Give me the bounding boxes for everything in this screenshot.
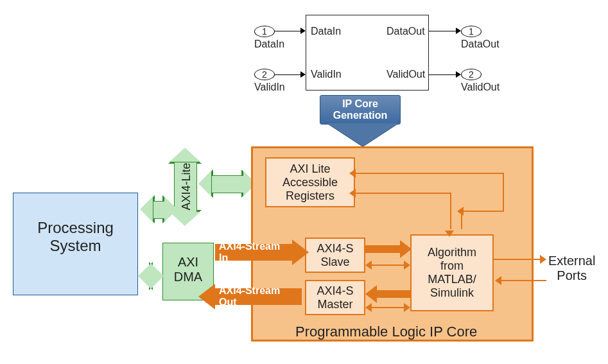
algo-l4: Simulink <box>430 286 474 300</box>
algo-l1: Algorithm <box>428 246 476 259</box>
ext-l2: Ports <box>548 268 595 283</box>
axi4-s-slave-block: AXI4-S Slave <box>305 238 365 273</box>
processing-system-block: Processing System <box>13 193 138 295</box>
ps-line2: System <box>13 237 137 255</box>
port-out-2: 2 <box>461 69 482 80</box>
axi4-lite-bus-label: AXI4-Lite <box>180 162 193 210</box>
port-out-1-label: DataOut <box>461 39 499 50</box>
port-out-1: 1 <box>461 26 482 37</box>
external-ports-label: External Ports <box>548 254 595 283</box>
port-in-1-signal: DataIn <box>311 26 341 37</box>
ip-core-generation-arrow: IP Core Generation <box>320 95 401 125</box>
axi-regs-l2: Accessible <box>282 176 338 189</box>
algorithm-block: Algorithm from MATLAB/ Simulink <box>410 234 494 311</box>
axi-regs-l3: Registers <box>286 189 334 203</box>
axi4-stream-in-label: AXI4-Stream In <box>215 244 292 261</box>
slave-l1: AXI4-S <box>317 242 353 256</box>
dma-line2: DMA <box>163 270 213 284</box>
algo-l3: MATLAB/ <box>428 273 476 286</box>
axi4-stream-out-label: AXI4-Stream Out <box>215 288 302 305</box>
port-in-1: 1 <box>254 26 275 37</box>
port-in-2-label: ValidIn <box>254 82 285 93</box>
axi-lite-registers-block: AXI Lite Accessible Registers <box>265 157 355 207</box>
port-in-2: 2 <box>254 69 275 80</box>
ip-core-gen-arrowhead-icon <box>327 123 398 146</box>
port-out-1-signal: DataOut <box>387 26 425 37</box>
dma-line1: AXI <box>163 255 213 270</box>
ip-core-gen-line2: Generation <box>327 110 394 121</box>
master-l1: AXI4-S <box>317 284 353 298</box>
ip-core-gen-line1: IP Core <box>327 98 394 110</box>
axi4-s-master-block: AXI4-S Master <box>305 280 365 315</box>
ext-l1: External <box>548 254 595 268</box>
port-out-2-label: ValidOut <box>461 82 499 93</box>
ip-core-title: Programmable Logic IP Core <box>295 324 477 340</box>
diagram-stage: 1 DataIn DataIn 2 ValidIn ValidIn DataOu… <box>0 0 608 364</box>
port-in-2-signal: ValidIn <box>311 69 342 80</box>
master-l2: Master <box>317 298 352 311</box>
port-in-1-label: DataIn <box>254 39 284 50</box>
algo-l2: from <box>440 259 464 273</box>
slave-l2: Slave <box>320 256 349 269</box>
port-out-2-signal: ValidOut <box>387 69 425 80</box>
axi-regs-l1: AXI Lite <box>290 162 330 176</box>
ps-line1: Processing <box>13 219 137 237</box>
